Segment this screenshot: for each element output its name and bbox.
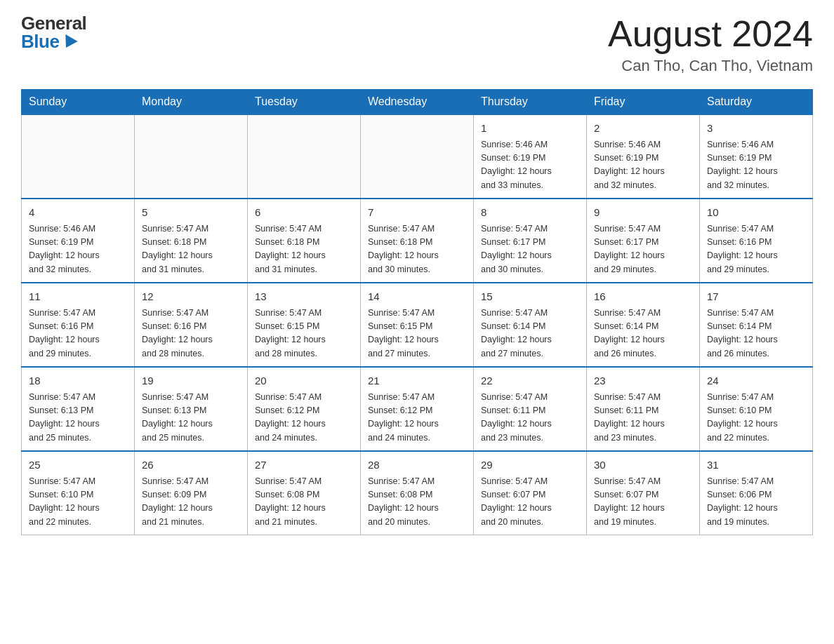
calendar-day-cell: 20Sunrise: 5:47 AMSunset: 6:12 PMDayligh… <box>248 367 361 451</box>
calendar-day-cell <box>135 114 248 199</box>
day-info: Sunrise: 5:47 AMSunset: 6:07 PMDaylight:… <box>594 475 692 530</box>
day-info: Sunrise: 5:47 AMSunset: 6:11 PMDaylight:… <box>481 391 579 445</box>
calendar-col-header: Wednesday <box>361 90 474 115</box>
location-title: Can Tho, Can Tho, Vietnam <box>608 57 813 75</box>
calendar-day-cell: 28Sunrise: 5:47 AMSunset: 6:08 PMDayligh… <box>361 451 474 535</box>
calendar-day-cell <box>361 114 474 199</box>
day-info: Sunrise: 5:47 AMSunset: 6:18 PMDaylight:… <box>255 222 353 277</box>
day-info: Sunrise: 5:46 AMSunset: 6:19 PMDaylight:… <box>481 138 579 193</box>
calendar-col-header: Saturday <box>700 90 813 115</box>
calendar-day-cell: 5Sunrise: 5:47 AMSunset: 6:18 PMDaylight… <box>135 199 248 283</box>
day-number: 28 <box>368 457 466 474</box>
calendar-week-row: 1Sunrise: 5:46 AMSunset: 6:19 PMDaylight… <box>22 114 813 199</box>
day-number: 8 <box>481 205 579 221</box>
calendar-week-row: 25Sunrise: 5:47 AMSunset: 6:10 PMDayligh… <box>22 451 813 535</box>
day-number: 7 <box>368 205 466 221</box>
day-info: Sunrise: 5:47 AMSunset: 6:12 PMDaylight:… <box>255 391 353 445</box>
calendar-week-row: 4Sunrise: 5:46 AMSunset: 6:19 PMDaylight… <box>22 199 813 283</box>
day-number: 2 <box>594 121 692 137</box>
day-info: Sunrise: 5:47 AMSunset: 6:18 PMDaylight:… <box>368 222 466 277</box>
day-info: Sunrise: 5:47 AMSunset: 6:17 PMDaylight:… <box>481 222 579 277</box>
calendar-week-row: 11Sunrise: 5:47 AMSunset: 6:16 PMDayligh… <box>22 283 813 367</box>
day-info: Sunrise: 5:47 AMSunset: 6:16 PMDaylight:… <box>142 307 240 361</box>
calendar-day-cell: 22Sunrise: 5:47 AMSunset: 6:11 PMDayligh… <box>474 367 587 451</box>
day-number: 22 <box>481 373 579 389</box>
day-info: Sunrise: 5:47 AMSunset: 6:14 PMDaylight:… <box>594 307 692 361</box>
title-area: August 2024 Can Tho, Can Tho, Vietnam <box>608 14 813 75</box>
day-info: Sunrise: 5:47 AMSunset: 6:14 PMDaylight:… <box>481 307 579 361</box>
calendar-day-cell: 12Sunrise: 5:47 AMSunset: 6:16 PMDayligh… <box>135 283 248 367</box>
calendar-day-cell: 24Sunrise: 5:47 AMSunset: 6:10 PMDayligh… <box>700 367 813 451</box>
day-info: Sunrise: 5:47 AMSunset: 6:14 PMDaylight:… <box>707 307 805 361</box>
calendar-day-cell: 30Sunrise: 5:47 AMSunset: 6:07 PMDayligh… <box>587 451 700 535</box>
day-info: Sunrise: 5:47 AMSunset: 6:18 PMDaylight:… <box>142 222 240 277</box>
calendar-day-cell: 1Sunrise: 5:46 AMSunset: 6:19 PMDaylight… <box>474 114 587 199</box>
day-info: Sunrise: 5:47 AMSunset: 6:13 PMDaylight:… <box>29 391 127 445</box>
day-info: Sunrise: 5:47 AMSunset: 6:08 PMDaylight:… <box>255 475 353 530</box>
calendar-col-header: Thursday <box>474 90 587 115</box>
day-number: 15 <box>481 289 579 305</box>
calendar-day-cell: 4Sunrise: 5:46 AMSunset: 6:19 PMDaylight… <box>22 199 135 283</box>
calendar-day-cell: 16Sunrise: 5:47 AMSunset: 6:14 PMDayligh… <box>587 283 700 367</box>
day-info: Sunrise: 5:47 AMSunset: 6:09 PMDaylight:… <box>142 475 240 530</box>
day-number: 18 <box>29 373 127 389</box>
calendar-day-cell: 25Sunrise: 5:47 AMSunset: 6:10 PMDayligh… <box>22 451 135 535</box>
day-number: 25 <box>29 457 127 474</box>
day-number: 10 <box>707 205 805 221</box>
calendar-day-cell: 13Sunrise: 5:47 AMSunset: 6:15 PMDayligh… <box>248 283 361 367</box>
calendar-day-cell: 31Sunrise: 5:47 AMSunset: 6:06 PMDayligh… <box>700 451 813 535</box>
calendar-day-cell: 7Sunrise: 5:47 AMSunset: 6:18 PMDaylight… <box>361 199 474 283</box>
day-info: Sunrise: 5:47 AMSunset: 6:13 PMDaylight:… <box>142 391 240 445</box>
day-info: Sunrise: 5:47 AMSunset: 6:17 PMDaylight:… <box>594 222 692 277</box>
calendar-day-cell: 3Sunrise: 5:46 AMSunset: 6:19 PMDaylight… <box>700 114 813 199</box>
calendar-day-cell: 8Sunrise: 5:47 AMSunset: 6:17 PMDaylight… <box>474 199 587 283</box>
calendar-day-cell: 11Sunrise: 5:47 AMSunset: 6:16 PMDayligh… <box>22 283 135 367</box>
day-info: Sunrise: 5:46 AMSunset: 6:19 PMDaylight:… <box>29 222 127 277</box>
calendar-day-cell: 29Sunrise: 5:47 AMSunset: 6:07 PMDayligh… <box>474 451 587 535</box>
calendar-day-cell: 17Sunrise: 5:47 AMSunset: 6:14 PMDayligh… <box>700 283 813 367</box>
day-number: 23 <box>594 373 692 389</box>
day-number: 5 <box>142 205 240 221</box>
day-number: 17 <box>707 289 805 305</box>
day-number: 16 <box>594 289 692 305</box>
day-info: Sunrise: 5:47 AMSunset: 6:06 PMDaylight:… <box>707 475 805 530</box>
calendar-week-row: 18Sunrise: 5:47 AMSunset: 6:13 PMDayligh… <box>22 367 813 451</box>
day-number: 21 <box>368 373 466 389</box>
month-title: August 2024 <box>608 14 813 54</box>
day-number: 29 <box>481 457 579 474</box>
day-info: Sunrise: 5:47 AMSunset: 6:12 PMDaylight:… <box>368 391 466 445</box>
calendar-col-header: Sunday <box>22 90 135 115</box>
day-number: 1 <box>481 121 579 137</box>
day-info: Sunrise: 5:47 AMSunset: 6:07 PMDaylight:… <box>481 475 579 530</box>
day-number: 20 <box>255 373 353 389</box>
calendar-col-header: Monday <box>135 90 248 115</box>
day-number: 3 <box>707 121 805 137</box>
calendar-day-cell: 23Sunrise: 5:47 AMSunset: 6:11 PMDayligh… <box>587 367 700 451</box>
day-info: Sunrise: 5:47 AMSunset: 6:10 PMDaylight:… <box>707 391 805 445</box>
day-number: 6 <box>255 205 353 221</box>
day-number: 24 <box>707 373 805 389</box>
logo: General Blue <box>21 14 86 51</box>
logo-general-text: General <box>21 14 86 32</box>
day-info: Sunrise: 5:46 AMSunset: 6:19 PMDaylight:… <box>594 138 692 193</box>
calendar-day-cell <box>248 114 361 199</box>
calendar-header-row: SundayMondayTuesdayWednesdayThursdayFrid… <box>22 90 813 115</box>
day-number: 30 <box>594 457 692 474</box>
calendar-day-cell: 6Sunrise: 5:47 AMSunset: 6:18 PMDaylight… <box>248 199 361 283</box>
calendar-day-cell: 27Sunrise: 5:47 AMSunset: 6:08 PMDayligh… <box>248 451 361 535</box>
calendar-day-cell: 19Sunrise: 5:47 AMSunset: 6:13 PMDayligh… <box>135 367 248 451</box>
calendar-day-cell: 21Sunrise: 5:47 AMSunset: 6:12 PMDayligh… <box>361 367 474 451</box>
calendar-day-cell: 26Sunrise: 5:47 AMSunset: 6:09 PMDayligh… <box>135 451 248 535</box>
day-number: 14 <box>368 289 466 305</box>
calendar-col-header: Friday <box>587 90 700 115</box>
calendar-col-header: Tuesday <box>248 90 361 115</box>
day-info: Sunrise: 5:47 AMSunset: 6:16 PMDaylight:… <box>29 307 127 361</box>
day-number: 19 <box>142 373 240 389</box>
day-number: 26 <box>142 457 240 474</box>
calendar-day-cell: 14Sunrise: 5:47 AMSunset: 6:15 PMDayligh… <box>361 283 474 367</box>
day-number: 27 <box>255 457 353 474</box>
calendar-day-cell: 10Sunrise: 5:47 AMSunset: 6:16 PMDayligh… <box>700 199 813 283</box>
day-info: Sunrise: 5:46 AMSunset: 6:19 PMDaylight:… <box>707 138 805 193</box>
calendar-day-cell: 15Sunrise: 5:47 AMSunset: 6:14 PMDayligh… <box>474 283 587 367</box>
day-number: 31 <box>707 457 805 474</box>
